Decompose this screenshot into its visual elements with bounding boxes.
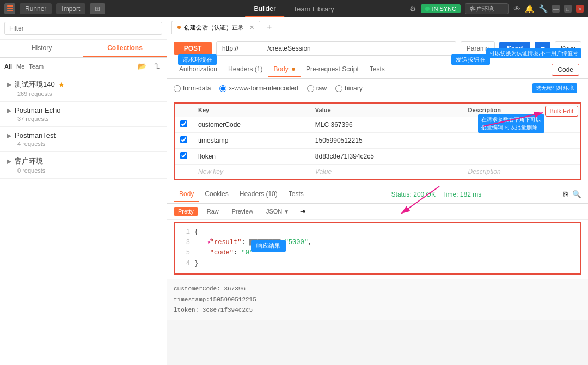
collection-item-echo[interactable]: ▶ Postman Echo 37 requests — [0, 102, 167, 127]
response-area: Body Cookies Headers (10) Tests Status: … — [167, 185, 588, 279]
radio-binary[interactable]: binary — [335, 84, 363, 92]
radio-raw[interactable]: raw — [307, 84, 327, 92]
search-response-button[interactable]: 🔍 — [572, 190, 581, 198]
radio-urlencoded[interactable]: x-www-form-urlencoded — [219, 84, 298, 92]
search-input[interactable] — [4, 22, 162, 35]
row-checkbox[interactable] — [180, 152, 187, 159]
response-actions: ⎘ 🔍 — [564, 190, 581, 198]
app-logo: ☰ — [4, 3, 15, 14]
bulk-edit-button[interactable]: Bulk Edit — [545, 106, 578, 117]
titlebar-right: ⚙ IN SYNC 👁 🔔 🔧 — □ ✕ — [409, 3, 584, 14]
collection-item-client-env[interactable]: ▶ 客户环境 0 requests — [0, 152, 167, 179]
response-format-row: Pretty Raw Preview JSON ▼ ⇥ — [167, 204, 588, 220]
resp-tab-cookies[interactable]: Cookies — [199, 187, 234, 202]
folder-icon: ▶ — [7, 132, 11, 139]
collection-name: ▶ 客户环境 — [7, 156, 160, 166]
tab-team-library[interactable]: Team Library — [285, 2, 343, 16]
body-type-row: form-data x-www-form-urlencoded raw bina… — [167, 79, 588, 98]
add-folder-btn[interactable]: 📂 — [136, 61, 149, 71]
fmt-raw[interactable]: Raw — [203, 207, 223, 216]
collection-name: ▶ Postman Echo — [7, 106, 160, 114]
fmt-json[interactable]: JSON ▼ — [262, 207, 293, 216]
collection-name: ▶ PostmanTest — [7, 131, 160, 139]
tab-tests[interactable]: Tests — [364, 62, 390, 77]
collections-list: ▶ 测试环境140 ★ 269 requests ▶ Postman Echo … — [0, 75, 167, 179]
wrench-icon[interactable]: 🔧 — [538, 4, 548, 13]
row-checkbox[interactable] — [180, 136, 187, 143]
import-button[interactable]: Import — [56, 3, 85, 14]
table-row: timestamp 1505990512215 — [175, 133, 580, 149]
response-body: 1{ 3 "result": ████████ "5000", 5 "code"… — [175, 223, 580, 273]
copy-response-button[interactable]: ⎘ — [564, 190, 568, 198]
new-key-placeholder[interactable]: New key — [193, 165, 310, 179]
fmt-preview[interactable]: Preview — [228, 207, 258, 216]
tab-pre-request[interactable]: Pre-request Script — [301, 62, 364, 77]
sidebar: History Collections All Me Team 📂 ⇅ ▶ 测试… — [0, 17, 167, 365]
sync-dot — [425, 7, 430, 11]
bell-icon[interactable]: 🔔 — [525, 4, 534, 13]
tab-collections[interactable]: Collections — [83, 40, 167, 57]
fmt-pretty[interactable]: Pretty — [174, 207, 198, 216]
new-desc-placeholder[interactable]: Description — [463, 165, 559, 179]
tab-dot — [177, 26, 181, 29]
desc-cell — [463, 149, 559, 165]
win-maximize[interactable]: □ — [564, 5, 572, 13]
env-input[interactable] — [465, 3, 509, 14]
params-table-area: Key Value Description ... customerCode M… — [167, 98, 588, 185]
resp-tab-tests[interactable]: Tests — [283, 187, 309, 202]
resp-tab-body[interactable]: Body — [174, 187, 199, 202]
gear-icon[interactable]: ⚙ — [409, 4, 416, 13]
titlebar-left: ☰ Runner Import ⊞ — [4, 3, 105, 14]
filter-tabs: All Me Team — [4, 63, 44, 70]
body-tabs: Authorization Headers (1) Body Pre-reque… — [167, 60, 588, 79]
filter-all[interactable]: All — [4, 63, 12, 70]
collection-count: 4 requests — [7, 141, 160, 147]
radio-form-data[interactable]: form-data — [174, 84, 211, 92]
tab-body[interactable]: Body — [268, 62, 301, 77]
request-tab-active[interactable]: 创建会话（认证）正常 ✕ — [171, 21, 260, 34]
collection-name: ▶ 测试环境140 ★ — [7, 80, 160, 89]
code-button[interactable]: Code — [552, 64, 579, 76]
star-icon: ★ — [58, 81, 65, 89]
tab-headers[interactable]: Headers (1) — [223, 62, 268, 77]
runner-button[interactable]: Runner — [20, 3, 52, 14]
collection-item-postmantest[interactable]: ▶ PostmanTest 4 requests — [0, 127, 167, 152]
request-tabs-bar: 创建会话（认证）正常 ✕ + — [167, 17, 588, 37]
data-line-1: customerCode: 367396 — [174, 284, 581, 295]
win-minimize[interactable]: — — [552, 5, 560, 13]
new-tab-button[interactable]: + — [262, 20, 276, 34]
response-status: Status: 200 OK Time: 182 ms — [391, 191, 482, 198]
wrap-icon[interactable]: ⇥ — [300, 208, 305, 215]
collection-item-testenv[interactable]: ▶ 测试环境140 ★ 269 requests — [0, 75, 167, 102]
tab-close[interactable]: ✕ — [249, 24, 254, 31]
tab-builder[interactable]: Builder — [245, 1, 284, 17]
sort-btn[interactable]: ⇅ — [152, 61, 162, 71]
win-close[interactable]: ✕ — [576, 5, 584, 13]
key-cell: timestamp — [193, 133, 310, 149]
titlebar: ☰ Runner Import ⊞ Builder Team Library ⚙… — [0, 0, 588, 17]
row-checkbox[interactable] — [180, 120, 187, 127]
new-tab-icon[interactable]: ⊞ — [90, 3, 105, 14]
value-cell: MLC 367396 — [310, 117, 463, 133]
new-value-placeholder[interactable]: Value — [310, 165, 463, 179]
col-checkbox — [175, 104, 193, 117]
method-select[interactable]: POST — [174, 42, 212, 55]
url-input[interactable] — [216, 41, 456, 56]
eye-icon[interactable]: 👁 — [513, 4, 520, 13]
new-key-row: New key Value Description — [175, 165, 580, 179]
bottom-data: customerCode: 367396 timestamp:150599051… — [167, 279, 588, 320]
filter-team[interactable]: Team — [29, 63, 44, 70]
bulk-edit-annotation: 在请求参数右下角下可以批量编辑,可以批量删除 — [478, 114, 544, 133]
tab-history[interactable]: History — [0, 40, 83, 57]
sync-badge: IN SYNC — [421, 4, 461, 13]
filter-me[interactable]: Me — [16, 63, 24, 70]
body-dot — [292, 68, 295, 71]
key-cell: ltoken — [193, 149, 310, 165]
sidebar-search-area — [0, 17, 167, 40]
value-cell: 8d83c8e71f394c2c5 — [310, 149, 463, 165]
desc-cell — [463, 133, 559, 149]
resp-tab-headers[interactable]: Headers (10) — [234, 187, 283, 202]
sidebar-actions: 📂 ⇅ — [136, 61, 162, 71]
data-line-3: ltoken: 3c8e71f394c2c5 — [174, 305, 581, 316]
sidebar-toolbar: All Me Team 📂 ⇅ — [0, 58, 167, 75]
